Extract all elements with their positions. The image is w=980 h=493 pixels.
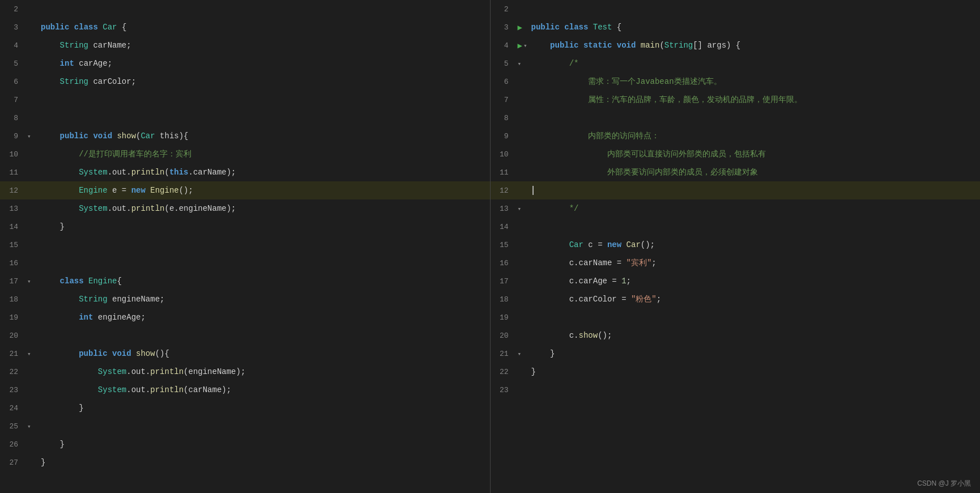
right-code-line-7: 7 属性：汽车的品牌，车龄，颜色，发动机的品牌，使用年限。 [491, 91, 981, 109]
code-line-9: 9 ▾ public void show(Car this){ [0, 127, 490, 145]
right-code-line-11: 11 外部类要访问内部类的成员，必须创建对象 [491, 163, 981, 181]
right-code-line-18: 18 c.carColor = "粉色"; [491, 290, 981, 308]
code-line-19: 19 int engineAge; [0, 308, 490, 326]
code-line-17: 17 ▾ class Engine{ [0, 272, 490, 290]
right-code-line-13: 13 ▾ */ [491, 199, 981, 218]
editor-container: 2 3 public class Car { 4 String carName;… [0, 0, 980, 493]
code-line-2: 2 [0, 0, 490, 18]
right-code-line-14: 14 [491, 218, 981, 236]
right-code-line-8: 8 [491, 109, 981, 127]
left-code-area: 2 3 public class Car { 4 String carName;… [0, 0, 490, 493]
left-editor-pane: 2 3 public class Car { 4 String carName;… [0, 0, 491, 493]
code-line-25: 25 ▾ [0, 417, 490, 435]
code-line-5: 5 int carAge; [0, 54, 490, 73]
right-code-line-5: 5 ▾ /* [491, 54, 981, 73]
right-code-line-17: 17 c.carAge = 1; [491, 272, 981, 290]
right-code-line-9: 9 内部类的访问特点： [491, 127, 981, 145]
right-code-line-23: 23 [491, 381, 981, 399]
code-line-13: 13 System.out.println(e.engineName); [0, 199, 490, 218]
right-code-line-21: 21 ▾ } [491, 345, 981, 363]
code-line-12: 12 Engine e = new Engine(); [0, 181, 490, 199]
code-line-11: 11 System.out.println(this.carName); [0, 163, 490, 181]
code-line-22: 22 System.out.println(engineName); [0, 363, 490, 381]
watermark: CSDN @J 罗小黑 [917, 479, 971, 488]
right-code-line-3: 3 ▶ public class Test { [491, 18, 981, 36]
code-line-15: 15 [0, 236, 490, 254]
code-line-4: 4 String carName; [0, 36, 490, 54]
right-code-area: 2 3 ▶ public class Test { 4 ▶▾ public st… [491, 0, 981, 493]
code-line-8: 8 [0, 109, 490, 127]
code-line-3: 3 public class Car { [0, 18, 490, 36]
code-line-27: 27 } [0, 453, 490, 471]
right-code-line-19: 19 [491, 308, 981, 326]
code-line-24: 24 } [0, 399, 490, 417]
right-editor-pane: 2 3 ▶ public class Test { 4 ▶▾ public st… [491, 0, 981, 493]
right-code-line-22: 22 } [491, 363, 981, 381]
code-line-26: 26 } [0, 435, 490, 453]
code-line-6: 6 String carColor; [0, 73, 490, 91]
right-code-line-20: 20 c.show(); [491, 326, 981, 345]
code-line-23: 23 System.out.println(carName); [0, 381, 490, 399]
right-code-line-16: 16 c.carName = "宾利"; [491, 254, 981, 272]
code-line-7: 7 [0, 91, 490, 109]
right-code-line-2: 2 [491, 0, 981, 18]
code-line-16: 16 [0, 254, 490, 272]
right-code-line-6: 6 需求：写一个Javabean类描述汽车。 [491, 73, 981, 91]
right-code-line-12: 12 [491, 181, 981, 199]
right-code-line-10: 10 内部类可以直接访问外部类的成员，包括私有 [491, 145, 981, 163]
code-line-20: 20 [0, 326, 490, 345]
code-line-14: 14 } [0, 218, 490, 236]
code-line-21: 21 ▾ public void show(){ [0, 345, 490, 363]
right-code-line-4: 4 ▶▾ public static void main(String[] ar… [491, 36, 981, 54]
code-line-18: 18 String engineName; [0, 290, 490, 308]
code-line-10: 10 //是打印调用者车的名字：宾利 [0, 145, 490, 163]
right-code-line-15: 15 Car c = new Car(); [491, 236, 981, 254]
